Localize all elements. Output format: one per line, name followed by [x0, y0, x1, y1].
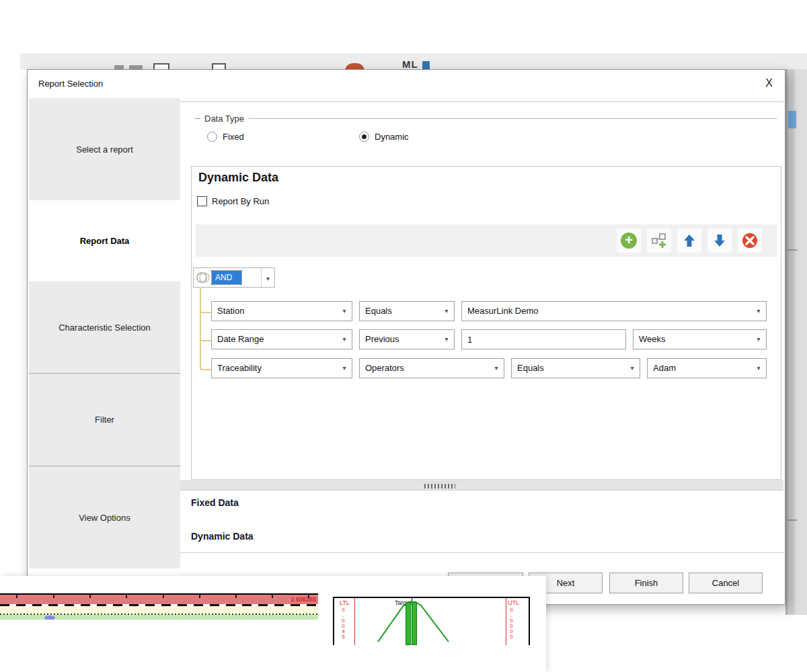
- panel-splitter[interactable]: [180, 480, 783, 491]
- histogram-utl-label: UTL: [508, 599, 519, 606]
- condition-tree-branch: [200, 340, 211, 341]
- dropdown-arrow-icon[interactable]: [440, 302, 453, 321]
- sidebar-item-select-a-report[interactable]: Select a report: [29, 98, 180, 200]
- background-scrollbar-notch: [787, 519, 797, 521]
- chart-tick: [126, 595, 127, 598]
- move-up-button[interactable]: [677, 228, 701, 253]
- histogram-utl-line: [506, 598, 506, 645]
- histogram-fragment: LTL 0.0045 Target UTL 0.0000: [333, 597, 530, 645]
- combo-value: Previous: [365, 334, 399, 344]
- dropdown-arrow-icon[interactable]: [753, 330, 765, 349]
- combo-value: Weeks: [639, 334, 666, 344]
- combo-value: Equals: [517, 363, 544, 373]
- dropdown-arrow-icon[interactable]: [440, 330, 453, 349]
- move-down-button[interactable]: [707, 228, 732, 253]
- condition1-field-combo[interactable]: Station: [211, 301, 352, 321]
- condition3-subfield-combo[interactable]: Operators: [359, 358, 504, 378]
- condition1-operator-combo[interactable]: Equals: [359, 301, 455, 321]
- histogram-utl-value: 0.0000: [508, 607, 514, 639]
- background-app-toolbar: ML: [20, 54, 807, 69]
- histogram-bell-curve: [371, 600, 492, 644]
- dropdown-arrow-icon[interactable]: [338, 302, 350, 321]
- run-chart-data-point: [44, 616, 55, 620]
- groupbox-line: [248, 118, 777, 119]
- histogram-bar: [412, 602, 417, 645]
- background-scrollbar-notch: [787, 249, 797, 251]
- run-chart-red-zone: [0, 595, 318, 604]
- close-icon[interactable]: X: [765, 78, 773, 89]
- fixed-data-section-header[interactable]: Fixed Data: [191, 497, 239, 508]
- sidebar-item-label: Select a report: [76, 144, 133, 155]
- combo-value: Traceability: [217, 363, 262, 373]
- dropdown-arrow-icon[interactable]: [753, 302, 765, 321]
- dropdown-arrow-icon[interactable]: [338, 359, 350, 378]
- delete-condition-button[interactable]: [738, 228, 762, 253]
- radio-dynamic-label: Dynamic: [375, 132, 409, 142]
- splitter-grip-icon: [424, 484, 455, 489]
- sidebar-item-label: View Options: [79, 513, 130, 523]
- condition3-operator-combo[interactable]: Equals: [511, 358, 640, 378]
- dropdown-arrow-icon[interactable]: [753, 359, 765, 378]
- report-by-run-label: Report By Run: [212, 196, 269, 206]
- combo-value: Equals: [365, 306, 392, 316]
- cancel-button[interactable]: Cancel: [689, 573, 763, 593]
- radio-circle-icon: [207, 132, 217, 142]
- condition2-field-combo[interactable]: Date Range: [211, 329, 352, 349]
- run-chart-fragment: 2.606365: [0, 593, 318, 620]
- sidebar-item-filter[interactable]: Filter: [29, 374, 180, 466]
- dropdown-arrow-icon[interactable]: [261, 268, 274, 287]
- add-group-button[interactable]: [647, 228, 671, 253]
- report-by-run-checkbox[interactable]: Report By Run: [197, 196, 269, 206]
- condition-tree-branch: [200, 312, 211, 313]
- dynamic-data-section-header[interactable]: Dynamic Data: [191, 531, 254, 542]
- checkbox-icon: [197, 196, 207, 206]
- dialog-title: Report Selection: [38, 79, 103, 89]
- delete-icon: [742, 233, 758, 249]
- condition2-count-input[interactable]: [461, 329, 626, 349]
- histogram-ltl-label: LTL: [340, 599, 350, 606]
- measurlink-logo: ML: [402, 58, 418, 70]
- combo-value: MeasurLink Demo: [467, 306, 539, 316]
- move-down-icon: [712, 233, 727, 248]
- histogram-bar: [406, 602, 411, 645]
- screen: ML Report Selection X Select a report Re…: [0, 0, 807, 672]
- condition2-operator-combo[interactable]: Previous: [359, 329, 455, 349]
- chart-tick: [163, 595, 164, 598]
- report-data-page: Data Type Fixed Dynamic Dynamic Data Rep…: [180, 101, 783, 573]
- wizard-step-sidebar: Select a report Report Data Characterist…: [29, 98, 180, 569]
- combo-value: Station: [217, 306, 244, 316]
- groupbox-dash: [195, 118, 200, 119]
- radio-fixed-label: Fixed: [223, 132, 244, 142]
- combo-value: Date Range: [217, 334, 264, 344]
- dynamic-data-panel: Dynamic Data Report By Run +: [191, 166, 781, 480]
- sidebar-item-report-data[interactable]: Report Data: [29, 200, 180, 282]
- condition1-value-combo[interactable]: MeasurLink Demo: [461, 301, 767, 321]
- run-chart-limit-value: 2.606365: [291, 596, 316, 603]
- radio-circle-selected-icon: [359, 132, 369, 142]
- background-blue-icon: [422, 61, 430, 69]
- foreground-chart-window: 2.606365 LTL 0.0045 Target UTL 0.0000: [0, 576, 546, 672]
- chart-tick: [53, 595, 54, 598]
- condition2-unit-combo[interactable]: Weeks: [633, 329, 767, 349]
- condition3-field-combo[interactable]: Traceability: [211, 358, 352, 378]
- add-group-icon: [651, 233, 667, 249]
- root-operator-value[interactable]: AND: [212, 271, 241, 284]
- sidebar-item-characteristic-selection[interactable]: Characteristic Selection: [29, 282, 180, 374]
- background-app-right-edge: [785, 69, 807, 615]
- dialog-titlebar: Report Selection X: [28, 70, 785, 97]
- dropdown-arrow-icon[interactable]: [338, 330, 350, 349]
- condition-toolbar: +: [196, 224, 777, 257]
- condition3-value-combo[interactable]: Adam: [647, 358, 767, 378]
- sidebar-item-view-options[interactable]: View Options: [29, 466, 180, 569]
- combo-value: Operators: [365, 363, 404, 373]
- radio-fixed[interactable]: Fixed: [207, 132, 244, 142]
- add-condition-button[interactable]: +: [617, 228, 641, 253]
- dropdown-arrow-icon[interactable]: [626, 359, 638, 378]
- dropdown-arrow-icon[interactable]: [490, 359, 502, 378]
- finish-button[interactable]: Finish: [609, 573, 683, 593]
- radio-dynamic[interactable]: Dynamic: [359, 132, 409, 142]
- background-scrollbar-accent: [788, 111, 796, 128]
- root-operator-combo[interactable]: AND: [193, 267, 275, 288]
- condition-tree-line: [200, 288, 201, 370]
- run-chart-warning-zone: [0, 606, 318, 614]
